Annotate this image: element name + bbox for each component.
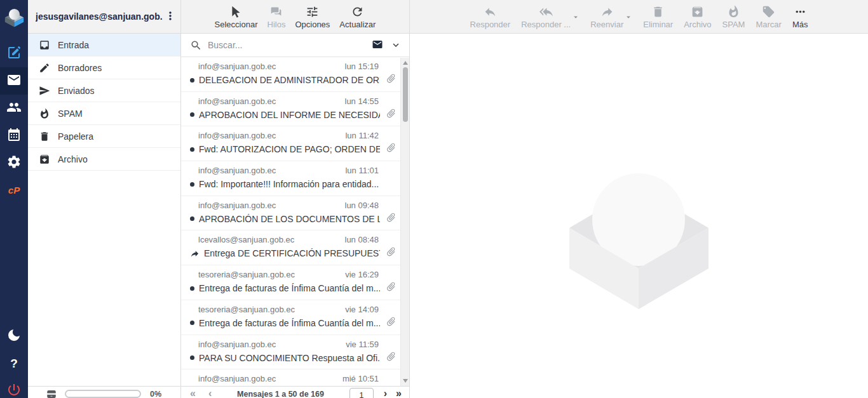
message-row[interactable]: info@sanjuan.gob.ec lun 09:48 APROBACIÓN… — [181, 196, 400, 231]
scrollbar-up-arrow-icon[interactable] — [403, 61, 408, 65]
sidebar-item-sent[interactable]: Enviados — [28, 79, 180, 102]
quota-percent: 0% — [150, 390, 161, 398]
reply-all-button[interactable]: Responder ... — [521, 4, 571, 29]
cpanel-icon: cP — [8, 185, 20, 196]
dark-mode-button[interactable] — [0, 322, 28, 350]
trash-icon — [39, 131, 50, 142]
logout-button[interactable] — [0, 377, 28, 398]
message-row[interactable]: info@sanjuan.gob.ec lun 15:19 DELEGACION… — [181, 57, 400, 92]
message-row[interactable]: info@sanjuan.gob.ec mié 10:51 — [181, 369, 400, 386]
message-list-pane: Seleccionar Hilos Opciones Actualizar in… — [181, 0, 410, 398]
page-number-input[interactable] — [349, 388, 374, 398]
sidebar-item-spam[interactable]: SPAM — [28, 102, 180, 125]
trash-icon — [651, 4, 665, 18]
archive-icon — [691, 4, 704, 18]
unread-dot-icon — [190, 112, 194, 117]
flame-icon — [39, 108, 50, 119]
search-icon — [190, 39, 202, 51]
message-row[interactable]: tesoreria@sanjuan.gob.ec vie 14:09 Entre… — [181, 300, 400, 335]
message-row[interactable]: info@sanjuan.gob.ec vie 11:59 PARA SU CO… — [181, 335, 400, 370]
message-sender: tesoreria@sanjuan.gob.ec — [198, 270, 295, 279]
scrollbar-down-arrow-icon[interactable] — [403, 379, 408, 383]
list-scrollbar[interactable] — [400, 58, 409, 386]
envelope-icon — [371, 43, 384, 52]
unread-dot-icon — [190, 78, 194, 83]
account-menu-button[interactable] — [163, 9, 178, 24]
unread-dot-icon — [190, 216, 194, 221]
taskbar: cP ? — [0, 0, 28, 398]
sidebar-item-drafts[interactable]: Borradores — [28, 56, 180, 79]
settings-nav-button[interactable] — [0, 149, 28, 176]
flame-icon — [727, 4, 740, 18]
search-expand-button[interactable] — [390, 39, 402, 51]
sidebar-item-inbox[interactable]: Entrada — [28, 34, 180, 56]
message-sender: info@sanjuan.gob.ec — [198, 340, 276, 349]
message-row[interactable]: info@sanjuan.gob.ec lun 11:42 Fwd: AUTOR… — [181, 126, 400, 161]
spam-button[interactable]: SPAM — [722, 4, 745, 29]
sidebar-item-archive[interactable]: Archivo — [28, 148, 180, 171]
search-input[interactable] — [208, 40, 365, 50]
refresh-button[interactable]: Actualizar — [339, 4, 376, 29]
unread-dot-icon — [190, 147, 194, 152]
cursor-icon — [229, 4, 243, 18]
reply-icon — [484, 4, 497, 18]
mark-button[interactable]: Marcar — [756, 4, 781, 29]
pagination-bar: « ‹ Mensajes 1 a 50 de 169 › » — [181, 386, 409, 398]
message-date: vie 11:59 — [346, 340, 379, 349]
cpanel-nav-button[interactable]: cP — [0, 176, 28, 204]
question-icon: ? — [10, 357, 18, 371]
message-subject: DELEGACION DE ADMINISTRADOR DE ORD... — [199, 75, 380, 85]
archive-button[interactable]: Archivo — [684, 4, 711, 29]
calendar-nav-button[interactable] — [0, 122, 28, 149]
mail-nav-button[interactable] — [0, 67, 28, 95]
message-row[interactable]: info@sanjuan.gob.ec lun 14:55 APROBACION… — [181, 92, 400, 127]
forward-icon — [600, 4, 614, 18]
refresh-icon — [351, 4, 364, 18]
compose-icon — [6, 45, 22, 62]
contacts-icon — [6, 100, 22, 117]
compose-nav-button[interactable] — [0, 40, 28, 67]
first-page-button[interactable]: « — [190, 388, 196, 398]
list-toolbar: Seleccionar Hilos Opciones Actualizar — [181, 0, 409, 34]
mail-toolbar: Responder Responder ... Reenviar Elimina… — [410, 0, 868, 34]
search-bar — [181, 34, 409, 57]
message-date: vie 14:09 — [345, 305, 379, 314]
message-date: lun 14:55 — [345, 96, 379, 106]
message-row[interactable]: tesoreria@sanjuan.gob.ec vie 16:29 Entre… — [181, 265, 400, 300]
contacts-nav-button[interactable] — [0, 95, 28, 122]
folder-list: Entrada Borradores Enviados SPAM Papeler… — [28, 34, 180, 171]
sidebar-item-trash[interactable]: Papelera — [28, 125, 180, 148]
delete-button[interactable]: Eliminar — [643, 4, 673, 29]
dropdown-caret-icon[interactable] — [571, 13, 580, 22]
message-sender: lcevallos@sanjuan.gob.ec — [198, 235, 294, 244]
message-row[interactable]: lcevallos@sanjuan.gob.ec lun 08:48 Entre… — [181, 230, 400, 265]
forwarded-icon — [190, 249, 200, 258]
kebab-icon — [164, 15, 177, 24]
message-date: lun 09:48 — [345, 201, 379, 210]
select-button[interactable]: Seleccionar — [215, 4, 258, 29]
options-button[interactable]: Opciones — [295, 4, 330, 29]
message-date: lun 15:19 — [345, 62, 379, 71]
more-button[interactable]: Más — [792, 4, 808, 29]
disk-icon — [46, 388, 57, 398]
account-header: jesusgavilanes@sanjuan.gob.... — [28, 0, 180, 34]
message-subject: APROBACIÓN DE LOS DOCUMENTOS DE LA... — [199, 214, 380, 224]
roundcube-logo[interactable] — [0, 3, 28, 31]
message-date: vie 16:29 — [345, 270, 379, 279]
pencil-icon — [39, 62, 50, 74]
message-row[interactable]: info@sanjuan.gob.ec lun 11:01 Fwd: Impor… — [181, 161, 400, 196]
message-sender: info@sanjuan.gob.ec — [198, 166, 276, 175]
dropdown-caret-icon[interactable] — [624, 13, 633, 22]
forward-button[interactable]: Reenviar — [590, 4, 623, 29]
message-subject: PARA SU CONOCIMIENTO Respuesta al Ofi... — [199, 353, 380, 363]
search-scope-button[interactable] — [370, 39, 384, 51]
sidebar: jesusgavilanes@sanjuan.gob.... Entrada B… — [28, 0, 181, 398]
threads-button[interactable]: Hilos — [268, 4, 286, 29]
help-button[interactable]: ? — [0, 350, 28, 377]
next-page-button[interactable]: › — [384, 388, 387, 398]
reply-button[interactable]: Responder — [470, 4, 511, 29]
scrollbar-thumb[interactable] — [403, 67, 408, 122]
message-date: lun 11:42 — [345, 131, 379, 140]
last-page-button[interactable]: » — [396, 388, 402, 398]
message-list: info@sanjuan.gob.ec lun 15:19 DELEGACION… — [181, 57, 400, 386]
